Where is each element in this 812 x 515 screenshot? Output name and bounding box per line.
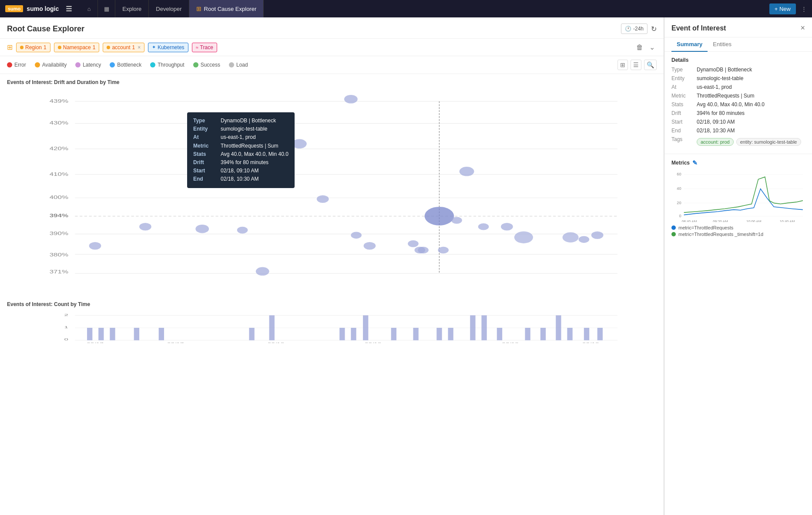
svg-rect-87 [556, 315, 561, 340]
region-count: 1 [44, 44, 47, 50]
throughput-label: Throughput [158, 62, 184, 68]
filter-tag-account[interactable]: account 1 × [103, 43, 144, 52]
svg-rect-81 [448, 328, 453, 340]
legend-success[interactable]: Success [193, 62, 220, 68]
availability-circle [35, 62, 40, 67]
explore-tab[interactable]: Explore [115, 0, 149, 17]
header-controls: 🕐 -24h ↻ [621, 24, 657, 34]
expand-filters-btn[interactable]: ⌄ [648, 42, 657, 52]
library-nav-btn[interactable]: ▦ [98, 0, 115, 17]
success-circle [193, 62, 198, 67]
bottleneck-label: Bottleneck [117, 62, 141, 68]
filter-tag-trace[interactable]: ≈ Trace [192, 43, 217, 52]
account-close-icon[interactable]: × [138, 44, 141, 50]
svg-point-34 [89, 242, 101, 250]
svg-rect-73 [249, 328, 254, 340]
filter-tag-kubernetes[interactable]: ✦ Kubernetes [148, 43, 188, 52]
detail-row-at: At us-east-1, prod [671, 84, 805, 90]
metrics-legend-throttled-timeshift: metric=ThrottledRequests _timeshift=1d [671, 232, 805, 237]
detail-key-tags: Tags [671, 136, 693, 146]
region-label: Region [25, 44, 42, 50]
account-label: account [112, 44, 130, 50]
rce-tab-icon: ⊞ [196, 5, 201, 12]
filter-tag-namespace[interactable]: Namespace 1 [54, 43, 100, 52]
legend-load[interactable]: Load [229, 62, 248, 68]
latency-circle [75, 62, 81, 67]
svg-rect-70 [110, 328, 115, 340]
refresh-button[interactable]: ↻ [651, 25, 657, 33]
svg-point-38 [256, 267, 269, 276]
error-label: Error [14, 62, 26, 68]
close-panel-btn[interactable]: × [800, 24, 805, 33]
svg-point-39 [292, 139, 307, 148]
filter-actions: 🗑 ⌄ [634, 42, 657, 52]
clock-icon: 🕐 [625, 26, 631, 32]
detail-key-metric: Metric [671, 93, 693, 99]
detail-row-metric: Metric ThrottledRequests | Sum [671, 93, 805, 99]
svg-rect-75 [339, 328, 345, 340]
filter-tag-region[interactable]: Region 1 [16, 43, 50, 52]
rce-tab[interactable]: ⊞ Root Cause Explorer [189, 0, 264, 17]
svg-text:439%: 439% [50, 98, 69, 104]
home-nav-btn[interactable]: ⌂ [81, 0, 98, 17]
svg-text:02/18: 02/18 [502, 342, 519, 343]
detail-row-drift: Drift 394% for 80 minutes [671, 110, 805, 116]
detail-row-start: Start 02/18, 09:10 AM [671, 119, 805, 125]
availability-label: Availability [42, 62, 67, 68]
detail-val-start: 02/18, 09:10 AM [697, 119, 735, 125]
tab-summary[interactable]: Summary [671, 37, 708, 52]
detail-row-entity: Entity sumologic-test-table [671, 75, 805, 81]
left-panel: Root Cause Explorer 🕐 -24h ↻ ⊞ Region 1 … [0, 17, 664, 515]
svg-text:02/18: 02/18 [365, 342, 382, 343]
svg-text:0: 0 [679, 213, 681, 218]
legend-bottleneck[interactable]: Bottleneck [110, 62, 141, 68]
svg-rect-76 [351, 328, 356, 340]
scatter-chart-title: Events of Interest: Drift and Duration b… [0, 77, 664, 86]
tag-entity-table[interactable]: entity: sumologic-test-table [736, 138, 801, 146]
list-view-btn[interactable]: ☰ [631, 60, 641, 70]
filter-icon[interactable]: ⊞ [7, 43, 13, 51]
svg-text:20: 20 [677, 200, 681, 205]
time-value: -24h [633, 26, 644, 32]
svg-text:10:00 AM: 10:00 AM [746, 219, 762, 222]
legend-latency[interactable]: Latency [75, 62, 101, 68]
svg-point-42 [351, 232, 362, 239]
svg-point-58 [591, 232, 604, 239]
bar-svg: 2 1 0 [35, 313, 638, 343]
metrics-edit-btn[interactable]: ✎ [692, 159, 698, 166]
time-control[interactable]: 🕐 -24h [621, 24, 648, 34]
metrics-title: Metrics [671, 160, 690, 166]
svg-rect-83 [481, 315, 487, 340]
legend-error[interactable]: Error [7, 62, 26, 68]
svg-point-51 [478, 223, 489, 230]
svg-rect-71 [134, 328, 139, 340]
legend-throughput[interactable]: Throughput [150, 62, 184, 68]
svg-text:02/18: 02/18 [268, 342, 285, 343]
grid-view-btn[interactable]: ⊞ [617, 60, 628, 70]
svg-point-37 [237, 227, 248, 234]
svg-text:394%: 394% [50, 213, 69, 218]
svg-text:390%: 390% [50, 231, 69, 236]
tag-account-prod[interactable]: account: prod [697, 138, 734, 146]
svg-text:1: 1 [64, 326, 68, 329]
svg-text:02/17: 02/17 [167, 342, 184, 343]
search-chart-btn[interactable]: 🔍 [644, 60, 657, 70]
delete-filters-btn[interactable]: 🗑 [634, 43, 645, 52]
trace-label: Trace [200, 44, 213, 50]
more-menu-btn[interactable]: ⋮ [796, 6, 812, 12]
new-button[interactable]: + New [769, 3, 796, 14]
detail-key-end: End [671, 128, 693, 134]
hamburger-icon[interactable]: ☰ [62, 5, 75, 13]
detail-val-drift: 394% for 80 minutes [697, 110, 745, 116]
svg-text:08:40 AM: 08:40 AM [682, 219, 697, 222]
tab-entities[interactable]: Entities [708, 37, 737, 52]
tab-summary-label: Summary [677, 41, 702, 47]
svg-point-47 [438, 247, 449, 254]
kubernetes-icon: ✦ [152, 44, 156, 50]
bar-chart-title: Events of Interest: Count by Time [0, 300, 664, 308]
tags-row: account: prod entity: sumologic-test-tab… [697, 138, 801, 146]
throughput-circle [150, 62, 155, 67]
developer-tab[interactable]: Developer [149, 0, 189, 17]
svg-text:420%: 420% [50, 146, 69, 151]
legend-availability[interactable]: Availability [35, 62, 67, 68]
